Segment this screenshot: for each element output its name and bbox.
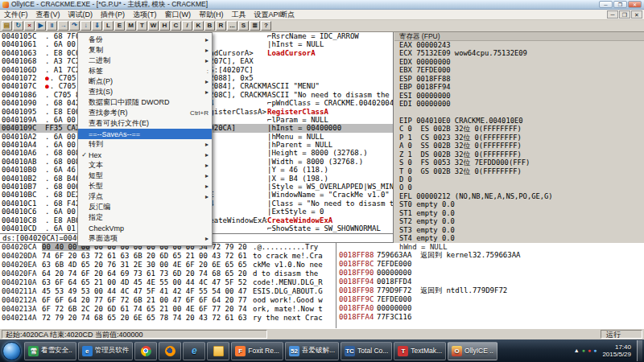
tray-icon[interactable]: ● xyxy=(593,348,597,354)
register-line[interactable]: ST1 empty 0.0 xyxy=(394,209,644,217)
minimize-button[interactable]: ─ xyxy=(599,1,613,8)
context-menu-item[interactable]: 复制▸ xyxy=(78,45,212,56)
toolbar-button[interactable]: ↷ xyxy=(69,21,80,31)
toolbar-button[interactable]: ↻ xyxy=(13,21,23,31)
context-menu-item[interactable]: 文本▸ xyxy=(78,160,212,171)
stack-row[interactable]: 0018FF9C7EFDE000 xyxy=(336,295,644,304)
dump-row[interactable]: 0040212A6F 6F 64 20 77 6F 72 6B 21 00 47… xyxy=(0,296,336,305)
context-menu-item[interactable]: 指定 xyxy=(78,212,212,223)
taskbar-clock[interactable]: 17:402015/5/29 xyxy=(599,343,634,358)
toolbar-button[interactable]: B xyxy=(204,21,215,31)
toolbar-button[interactable]: → xyxy=(58,21,68,31)
stack-row[interactable]: 0018FFA477F3C116 xyxy=(336,313,644,322)
context-menu-item[interactable]: ✓Hex▸ xyxy=(78,150,212,160)
mdi-restore-button[interactable]: ❐ xyxy=(619,10,630,19)
stack-row[interactable]: 0018FF940018FFD4 xyxy=(336,278,644,286)
toolbar-button[interactable]: ▤ xyxy=(2,21,12,31)
taskbar-item[interactable]: 雪看雪安全.. xyxy=(24,342,76,360)
taskbar-item[interactable]: FFoxit Re... xyxy=(231,342,283,360)
dump-row[interactable]: 0040210A63 6F 64 65 21 00 4D 45 4E 55 00… xyxy=(0,278,336,287)
toolbar-button[interactable]: C xyxy=(171,21,181,31)
dump-row[interactable]: 004020EA63 6B 4D 65 20 76 31 2E 30 00 4E… xyxy=(0,261,336,269)
register-line[interactable] xyxy=(394,109,644,117)
dump-row[interactable]: 004020DA74 6F 20 63 72 61 63 6B 20 6D 65… xyxy=(0,252,336,261)
breakpoint-dot-icon[interactable]: ● xyxy=(45,83,49,90)
menubar-item[interactable]: 查看(V) xyxy=(32,10,64,20)
menubar-item[interactable]: 工具 xyxy=(228,10,250,20)
menubar-item[interactable]: 窗口(W) xyxy=(161,10,196,20)
toolbar-button[interactable]: L xyxy=(103,21,114,31)
menubar-item[interactable]: 设置API断点 xyxy=(250,10,299,20)
context-menu-item[interactable]: 转到▸ xyxy=(78,139,212,150)
toolbar-button[interactable]: ≣ xyxy=(250,21,260,31)
breakpoint-dot-icon[interactable]: ● xyxy=(45,75,49,82)
register-line[interactable]: ECX 75132E09 wow64cpu.75132E09 xyxy=(394,49,644,57)
menubar-item[interactable]: 帮助(H) xyxy=(195,10,228,20)
taskbar-item[interactable] xyxy=(134,342,157,360)
toolbar-button[interactable]: / xyxy=(182,21,192,31)
register-line[interactable]: S 0 FS 0053 32位 7EFDD000(FFF) xyxy=(394,158,644,167)
stack-row[interactable]: 0018FFA000000000 xyxy=(336,304,644,313)
mdi-minimize-button[interactable]: ─ xyxy=(607,10,618,19)
register-line[interactable]: A 0 SS 002B 32位 0(FFFFFFFF) xyxy=(394,142,644,150)
toolbar-button[interactable]: ‖ xyxy=(47,21,57,31)
register-line[interactable]: ST4 empty 0.0 xyxy=(394,234,644,242)
menubar-item[interactable]: 插件(P) xyxy=(97,10,129,20)
taskbar-item[interactable]: e管理员软件 xyxy=(78,342,134,360)
menubar-item[interactable]: 调试(D) xyxy=(64,10,97,20)
dump-row[interactable]: 0040211A45 53 49 53 00 44 4C 47 5F 41 42… xyxy=(0,287,336,296)
register-line[interactable]: EAX 00000243 xyxy=(394,41,644,49)
register-line[interactable]: ST0 empty 0.0 xyxy=(394,200,644,208)
toolbar-button[interactable]: ↓ xyxy=(80,21,91,31)
context-menu-item[interactable]: 长型▸ xyxy=(78,181,212,191)
register-line[interactable]: EDX 00000000 xyxy=(394,58,644,66)
context-menu-item[interactable]: CheckVmp xyxy=(78,223,212,233)
register-line[interactable]: EFL 00000212 (NO,NB,NE,A,NS,PO,GE,G) xyxy=(394,192,644,200)
taskbar-item[interactable]: 52吾爱破解... xyxy=(285,342,339,360)
register-line[interactable]: Z 1 DS 002B 32位 0(FFFFFFFF) xyxy=(394,150,644,158)
toolbar-button[interactable]: ? xyxy=(261,21,271,31)
register-line[interactable]: ESP 0018FF88 xyxy=(394,75,644,83)
show-desktop-button[interactable] xyxy=(637,340,642,361)
tray-icon[interactable]: ● xyxy=(588,348,591,354)
stack-row[interactable]: 0018FF98779D9F72返回到 ntdll.779D9F72 xyxy=(336,286,644,295)
toolbar-button[interactable]: E xyxy=(114,21,125,31)
tray-icon[interactable]: ▲ xyxy=(574,348,580,354)
register-line[interactable]: EBX 7EFDE000 xyxy=(394,66,644,74)
taskbar-item[interactable]: TTextMak... xyxy=(394,342,446,360)
register-line[interactable]: EBP 0018FF94 xyxy=(394,83,644,91)
dump-row[interactable]: 004020FA64 20 74 6F 20 64 69 73 61 73 6D… xyxy=(0,269,336,278)
start-button[interactable] xyxy=(2,342,21,360)
dump-row[interactable]: 0040214A72 79 20 74 68 65 20 6E 65 78 74… xyxy=(0,314,336,323)
taskbar-item[interactable]: e xyxy=(183,342,205,360)
context-menu-item[interactable]: 界面选项▸ xyxy=(78,233,212,244)
toolbar-button[interactable]: R xyxy=(216,21,226,31)
context-menu-item[interactable]: 数据窗口中跟随 DWORD xyxy=(78,97,212,108)
toolbar-button[interactable]: H xyxy=(159,21,170,31)
toolbar-button[interactable]: × xyxy=(24,21,35,31)
context-menu-item[interactable]: 查找参考(R)Ctrl+R xyxy=(78,108,212,118)
toolbar-button[interactable]: W xyxy=(148,21,159,31)
menubar-item[interactable]: 文件(F) xyxy=(0,10,32,20)
toolbar-button[interactable]: M xyxy=(126,21,136,31)
context-menu-item[interactable]: 备份▸ xyxy=(78,35,212,45)
register-line[interactable]: EIP 004010E0 CRACKME.004010E0 xyxy=(394,117,644,125)
taskbar-item-active[interactable]: OOllyICE .. xyxy=(448,342,497,360)
toolbar-button[interactable]: ⇓ xyxy=(92,21,102,31)
context-menu-item[interactable]: 查看可执行文件(E) xyxy=(78,118,212,129)
dump-row[interactable]: 0040213A6F 72 6B 2C 20 6D 61 74 65 21 00… xyxy=(0,305,336,314)
menubar-item[interactable]: 选项(T) xyxy=(129,10,161,20)
tray-icon[interactable]: ● xyxy=(582,348,585,354)
toolbar-button[interactable]: T xyxy=(137,21,147,31)
register-line[interactable]: O 0 xyxy=(394,183,644,191)
taskbar-item[interactable] xyxy=(207,342,229,360)
register-line[interactable]: ST2 empty 0.0 xyxy=(394,217,644,225)
context-menu-item[interactable]: 反汇编 xyxy=(78,202,212,212)
register-line[interactable]: P 1 CS 0023 32位 0(FFFFFFFF) xyxy=(394,134,644,142)
context-menu-item[interactable]: 断点(P)▸ xyxy=(78,76,212,87)
taskbar-item[interactable] xyxy=(159,342,181,360)
mdi-close-button[interactable]: ✕ xyxy=(631,10,642,19)
context-menu-item[interactable]: 浮点▸ xyxy=(78,191,212,202)
register-line[interactable]: T 0 GS 002B 32位 0(FFFFFFFF) xyxy=(394,167,644,175)
register-line[interactable]: D 0 xyxy=(394,175,644,183)
